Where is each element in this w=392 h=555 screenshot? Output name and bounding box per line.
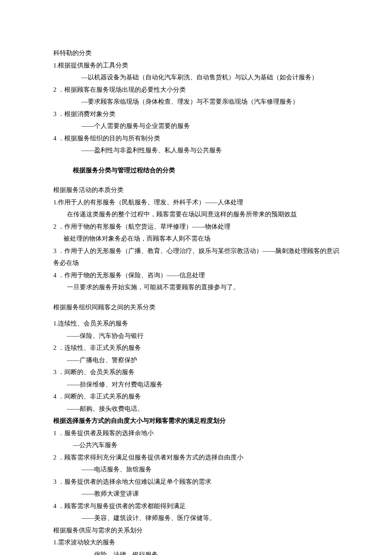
list-item: 1.连续性、会员关系的服务 [53,317,341,330]
list-sub: ——保险、汽车协会与银行 [53,330,341,342]
list-item: 2 ．作用于物的有形服务（航空货运、草坪修理）——物体处理 [53,221,341,233]
list-sub: 被处理的物体对象务必在场，而顾客本人则不需在场 [53,232,341,245]
section-title: 根据服务组织同顾客之间的关系分类 [53,301,341,314]
list-sub: ——美容、建筑设计、律师服务、医疗保健等。 [53,512,341,524]
list-sub: ——教师大课堂讲课 [53,488,341,500]
heading: 根据选择服务方式的自由度大小与对顾客需求的满足程度划分 [53,415,341,427]
list-item: 3 ．服务提供者的选择余地大但难以满足单个顾客的需求 [53,476,341,488]
list-sub: ——保险、法律、银行服务 [53,549,341,555]
list-item: 4 ．根据服务组织的目的与所有制分类 [53,132,341,145]
list-sub: ——邮购、接头收费电话。 [53,403,341,415]
list-item: 1.需求波动较大的服务 [53,536,341,549]
list-item: 1.根据提供服务的工具分类 [53,59,341,72]
list-sub: —要求顾客亲临现场（身体检查、理发）与不需要亲临现场（汽车修理服务） [53,96,341,108]
document-page: 科特勒的分类 1.根据提供服务的工具分类 —以机器设备为基础（自动化汽车刷洗、自… [0,0,392,555]
list-sub: ——担保维修、对方付费电话服务 [53,378,341,391]
section-title: 科特勒的分类 [53,47,341,59]
list-item: 1 ．服务提供者及顾客的选择余地小 [53,427,341,439]
list-item: 3 ．根据消费对象分类 [53,108,341,120]
list-item: 1.作用于人的有形服务（民航服务、理发、外科手术）——人体处理 [53,196,341,209]
heading: 根据服务分类与管理过程结合的分类 [53,164,341,177]
list-sub: ——个人需要的服务与企业需要的服务 [53,120,341,132]
section-title: 根据服务活动的本质分类 [53,184,341,196]
list-item: 4 ．顾客需求与服务提供者的需求都能得到满足 [53,500,341,512]
section-title: 根据服务供应与需求的关系划分 [53,524,341,537]
list-sub: —公共汽车服务 [53,439,341,451]
list-sub: 一旦要求的服务开始实施，可能就不需要顾客的直接参与了。 [53,281,341,293]
list-sub: —以机器设备为基础（自动化汽车刷洗、自动售货机）与以人为基础（如会计服务） [53,71,341,84]
list-sub: ——盈利性与非盈利性服务、私人服务与公共服务 [53,144,341,157]
list-sub: 在传递这类服务的整个过程中，顾客需要在场以同意这样的服务所带来的预期效益 [53,208,341,221]
list-item: 3 ．作用于人的无形服务（广播、教育、心理治疗、娱乐与某些宗教活动）——脑刺激处… [53,245,341,269]
list-item: 2 ．根据顾客在服务现场出现的必要性大小分类 [53,84,341,96]
list-item: 2 ．顾客需求得到充分满足但服务提供者对服务方式的选择自由度小 [53,451,341,464]
list-item: 2 ．连续性、非正式关系的服务 [53,342,341,354]
list-sub: ——电话服务、旅馆服务 [53,463,341,476]
list-item: 4 ．间断的、非正式关系的服务 [53,390,341,403]
list-item: 3 ．间断的、会员关系的服务 [53,366,341,378]
list-item: 4 ．作用于物的无形服务（保险、咨询）——信息处理 [53,269,341,282]
list-sub: ——广播电台、警察保护 [53,354,341,366]
